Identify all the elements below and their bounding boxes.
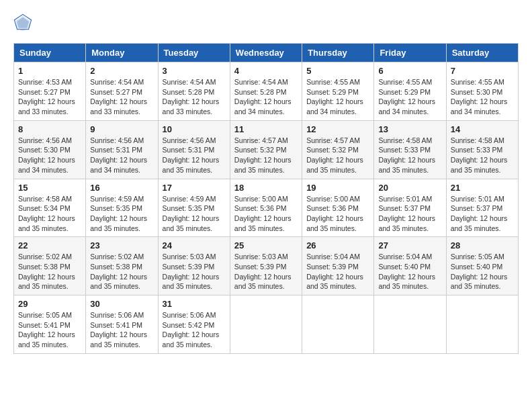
day-number: 4	[234, 66, 298, 76]
day-number: 25	[234, 240, 298, 250]
calendar-cell: 17Sunrise: 4:59 AMSunset: 5:35 PMDayligh…	[158, 179, 230, 237]
calendar-cell	[302, 295, 374, 354]
day-info: Sunrise: 5:05 AMSunset: 5:40 PMDaylight:…	[451, 252, 514, 291]
day-number: 3	[163, 66, 226, 76]
day-info: Sunrise: 4:59 AMSunset: 5:35 PMDaylight:…	[90, 194, 153, 234]
calendar-cell: 4Sunrise: 4:54 AMSunset: 5:28 PMDaylight…	[230, 62, 302, 121]
calendar-body: 1Sunrise: 4:53 AMSunset: 5:27 PMDaylight…	[14, 62, 519, 354]
calendar-cell: 19Sunrise: 5:00 AMSunset: 5:36 PMDayligh…	[302, 179, 374, 237]
day-number: 14	[451, 124, 514, 134]
day-info: Sunrise: 5:06 AMSunset: 5:41 PMDaylight:…	[90, 310, 153, 350]
day-info: Sunrise: 4:57 AMSunset: 5:32 PMDaylight:…	[306, 136, 369, 175]
day-number: 29	[18, 299, 81, 309]
calendar-cell: 12Sunrise: 4:57 AMSunset: 5:32 PMDayligh…	[302, 120, 374, 179]
day-number: 31	[163, 299, 226, 309]
calendar-cell: 11Sunrise: 4:57 AMSunset: 5:32 PMDayligh…	[230, 120, 302, 179]
day-info: Sunrise: 4:53 AMSunset: 5:27 PMDaylight:…	[18, 77, 81, 117]
day-info: Sunrise: 4:59 AMSunset: 5:35 PMDaylight:…	[163, 194, 226, 234]
calendar-table: SundayMondayTuesdayWednesdayThursdayFrid…	[13, 43, 519, 354]
day-info: Sunrise: 5:01 AMSunset: 5:37 PMDaylight:…	[451, 194, 514, 234]
calendar-cell: 6Sunrise: 4:55 AMSunset: 5:29 PMDaylight…	[374, 62, 446, 121]
calendar-week-4: 22Sunrise: 5:02 AMSunset: 5:38 PMDayligh…	[14, 237, 519, 295]
day-number: 9	[90, 124, 153, 134]
calendar-cell: 13Sunrise: 4:58 AMSunset: 5:33 PMDayligh…	[374, 120, 446, 179]
day-info: Sunrise: 4:54 AMSunset: 5:27 PMDaylight:…	[90, 77, 153, 117]
day-info: Sunrise: 4:54 AMSunset: 5:28 PMDaylight:…	[163, 77, 226, 117]
calendar-cell: 23Sunrise: 5:02 AMSunset: 5:38 PMDayligh…	[86, 237, 158, 295]
day-info: Sunrise: 5:05 AMSunset: 5:41 PMDaylight:…	[18, 310, 81, 350]
calendar-week-3: 15Sunrise: 4:58 AMSunset: 5:34 PMDayligh…	[14, 179, 519, 237]
day-info: Sunrise: 4:56 AMSunset: 5:31 PMDaylight:…	[90, 136, 153, 175]
day-number: 2	[90, 66, 153, 76]
calendar-cell: 20Sunrise: 5:01 AMSunset: 5:37 PMDayligh…	[374, 179, 446, 237]
calendar-cell	[230, 295, 302, 354]
calendar-cell: 7Sunrise: 4:55 AMSunset: 5:30 PMDaylight…	[446, 62, 518, 121]
day-number: 12	[306, 124, 369, 134]
day-info: Sunrise: 5:03 AMSunset: 5:39 PMDaylight:…	[234, 252, 298, 291]
day-info: Sunrise: 5:02 AMSunset: 5:38 PMDaylight:…	[18, 252, 81, 291]
day-info: Sunrise: 5:01 AMSunset: 5:37 PMDaylight:…	[378, 194, 441, 234]
calendar-cell	[374, 295, 446, 354]
header-day-friday: Friday	[374, 44, 446, 62]
day-number: 17	[163, 183, 226, 193]
calendar-cell: 21Sunrise: 5:01 AMSunset: 5:37 PMDayligh…	[446, 179, 518, 237]
day-info: Sunrise: 4:55 AMSunset: 5:29 PMDaylight:…	[306, 77, 369, 117]
day-number: 21	[451, 183, 514, 193]
header-day-monday: Monday	[86, 44, 158, 62]
day-info: Sunrise: 4:56 AMSunset: 5:30 PMDaylight:…	[18, 136, 81, 175]
day-number: 15	[18, 183, 81, 193]
header-day-thursday: Thursday	[302, 44, 374, 62]
day-info: Sunrise: 5:00 AMSunset: 5:36 PMDaylight:…	[234, 194, 298, 234]
day-info: Sunrise: 5:02 AMSunset: 5:38 PMDaylight:…	[90, 252, 153, 291]
day-number: 30	[90, 299, 153, 309]
day-info: Sunrise: 4:54 AMSunset: 5:28 PMDaylight:…	[234, 77, 298, 117]
logo	[13, 13, 35, 32]
calendar-cell: 26Sunrise: 5:04 AMSunset: 5:39 PMDayligh…	[302, 237, 374, 295]
day-number: 8	[18, 124, 81, 134]
day-info: Sunrise: 4:56 AMSunset: 5:31 PMDaylight:…	[163, 136, 226, 175]
day-info: Sunrise: 4:55 AMSunset: 5:29 PMDaylight:…	[378, 77, 441, 117]
header-day-wednesday: Wednesday	[230, 44, 302, 62]
day-info: Sunrise: 4:55 AMSunset: 5:30 PMDaylight:…	[451, 77, 514, 117]
calendar-header: SundayMondayTuesdayWednesdayThursdayFrid…	[14, 44, 519, 62]
day-number: 20	[378, 183, 441, 193]
calendar-cell: 30Sunrise: 5:06 AMSunset: 5:41 PMDayligh…	[86, 295, 158, 354]
calendar-cell	[446, 295, 518, 354]
day-info: Sunrise: 5:03 AMSunset: 5:39 PMDaylight:…	[163, 252, 226, 291]
calendar-cell: 25Sunrise: 5:03 AMSunset: 5:39 PMDayligh…	[230, 237, 302, 295]
header-day-sunday: Sunday	[14, 44, 86, 62]
day-number: 26	[306, 240, 369, 250]
calendar-cell: 24Sunrise: 5:03 AMSunset: 5:39 PMDayligh…	[158, 237, 230, 295]
calendar-cell: 14Sunrise: 4:58 AMSunset: 5:33 PMDayligh…	[446, 120, 518, 179]
calendar-cell: 27Sunrise: 5:04 AMSunset: 5:40 PMDayligh…	[374, 237, 446, 295]
header	[13, 13, 519, 32]
day-info: Sunrise: 5:00 AMSunset: 5:36 PMDaylight:…	[306, 194, 369, 234]
day-number: 24	[163, 240, 226, 250]
calendar-cell: 16Sunrise: 4:59 AMSunset: 5:35 PMDayligh…	[86, 179, 158, 237]
calendar-cell: 15Sunrise: 4:58 AMSunset: 5:34 PMDayligh…	[14, 179, 86, 237]
calendar-cell: 29Sunrise: 5:05 AMSunset: 5:41 PMDayligh…	[14, 295, 86, 354]
calendar-week-2: 8Sunrise: 4:56 AMSunset: 5:30 PMDaylight…	[14, 120, 519, 179]
day-info: Sunrise: 5:04 AMSunset: 5:39 PMDaylight:…	[306, 252, 369, 291]
day-number: 28	[451, 240, 514, 250]
header-row: SundayMondayTuesdayWednesdayThursdayFrid…	[14, 44, 519, 62]
header-day-saturday: Saturday	[446, 44, 518, 62]
day-number: 23	[90, 240, 153, 250]
day-number: 16	[90, 183, 153, 193]
calendar-cell: 28Sunrise: 5:05 AMSunset: 5:40 PMDayligh…	[446, 237, 518, 295]
day-number: 6	[378, 66, 441, 76]
day-info: Sunrise: 5:06 AMSunset: 5:42 PMDaylight:…	[163, 310, 226, 350]
calendar-cell: 8Sunrise: 4:56 AMSunset: 5:30 PMDaylight…	[14, 120, 86, 179]
day-number: 18	[234, 183, 298, 193]
calendar-cell: 31Sunrise: 5:06 AMSunset: 5:42 PMDayligh…	[158, 295, 230, 354]
calendar-cell: 2Sunrise: 4:54 AMSunset: 5:27 PMDaylight…	[86, 62, 158, 121]
day-number: 27	[378, 240, 441, 250]
day-info: Sunrise: 4:58 AMSunset: 5:33 PMDaylight:…	[451, 136, 514, 175]
day-number: 22	[18, 240, 81, 250]
day-info: Sunrise: 4:57 AMSunset: 5:32 PMDaylight:…	[234, 136, 298, 175]
header-day-tuesday: Tuesday	[158, 44, 230, 62]
calendar-cell: 18Sunrise: 5:00 AMSunset: 5:36 PMDayligh…	[230, 179, 302, 237]
calendar-cell: 22Sunrise: 5:02 AMSunset: 5:38 PMDayligh…	[14, 237, 86, 295]
logo-icon	[13, 13, 32, 32]
day-number: 7	[451, 66, 514, 76]
